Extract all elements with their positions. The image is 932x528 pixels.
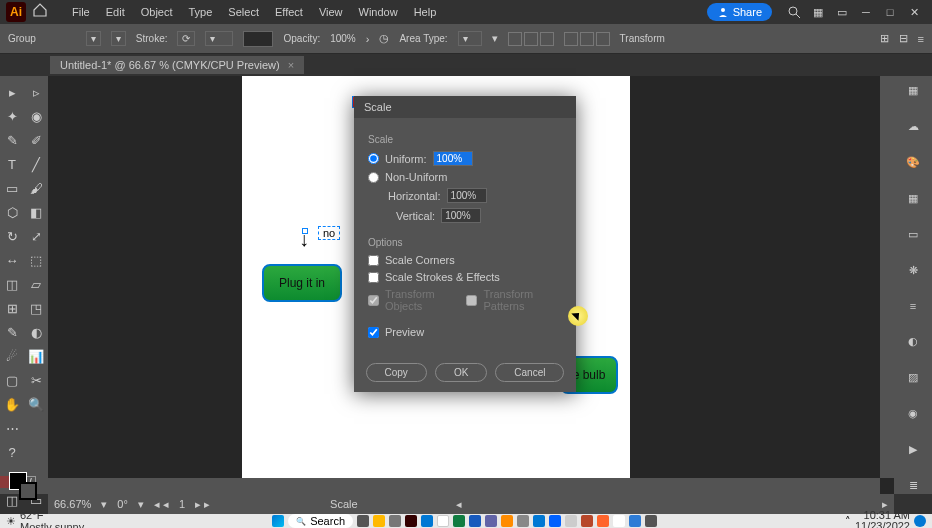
tray-chevron-icon[interactable]: ˄ <box>845 515 851 528</box>
notifications-icon[interactable] <box>914 515 926 527</box>
selection-tool[interactable]: ▸ <box>0 80 24 104</box>
hand-tool[interactable]: ✋ <box>0 392 24 416</box>
appearance-panel-icon[interactable]: ◉ <box>903 404 923 422</box>
swatch[interactable] <box>243 31 273 47</box>
width-tool[interactable]: ↔ <box>0 248 24 272</box>
menu-edit[interactable]: Edit <box>98 6 133 18</box>
illustrator-icon[interactable] <box>405 515 417 527</box>
vertical-scrollbar[interactable] <box>880 76 894 478</box>
pref2-icon[interactable]: ⊟ <box>899 32 908 45</box>
app5-icon[interactable] <box>597 515 609 527</box>
symbols-panel-icon[interactable]: ❋ <box>903 261 923 279</box>
color-panel-icon[interactable]: 🎨 <box>903 154 923 172</box>
perspective-tool[interactable]: ▱ <box>24 272 48 296</box>
libraries-panel-icon[interactable]: ☁ <box>903 118 923 136</box>
taskview-icon[interactable] <box>357 515 369 527</box>
curvature-tool[interactable]: ✐ <box>24 128 48 152</box>
nonuniform-radio[interactable] <box>368 172 379 183</box>
artboard-number[interactable]: 1 <box>179 498 185 510</box>
swatches-panel-icon[interactable]: ▦ <box>903 189 923 207</box>
taskbar-clock[interactable]: 10:31 AM11/23/2022 <box>855 510 910 528</box>
recolor-icon[interactable]: ◷ <box>379 32 389 45</box>
mesh-tool[interactable]: ⊞ <box>0 296 24 320</box>
free-transform-tool[interactable]: ⬚ <box>24 248 48 272</box>
play-icon[interactable]: ▶ <box>903 440 923 458</box>
chrome-icon[interactable] <box>437 515 449 527</box>
pref-icon[interactable]: ⊞ <box>880 32 889 45</box>
workspace-icon[interactable]: ▭ <box>832 2 852 22</box>
gradient-tool[interactable]: ◳ <box>24 296 48 320</box>
minimize-icon[interactable]: ─ <box>856 2 876 22</box>
scale-corners-checkbox[interactable] <box>368 255 379 266</box>
stroke-dropdown[interactable]: ▾ <box>111 31 126 46</box>
home-icon[interactable] <box>32 2 52 22</box>
app2-icon[interactable] <box>517 515 529 527</box>
layers-panel-icon[interactable]: ≣ <box>903 476 923 494</box>
magic-wand-tool[interactable]: ✦ <box>0 104 24 128</box>
close-icon[interactable]: ✕ <box>904 2 924 22</box>
uniform-input[interactable]: 100% <box>433 151 473 166</box>
hamburger-icon[interactable]: ≡ <box>918 33 924 45</box>
pen-tool[interactable]: ✎ <box>0 128 24 152</box>
maximize-icon[interactable]: □ <box>880 2 900 22</box>
gradient-panel-icon[interactable]: ◐ <box>903 333 923 351</box>
menu-file[interactable]: File <box>64 6 98 18</box>
stroke-weight[interactable]: ⟳ <box>177 31 195 46</box>
opacity-arrow-icon[interactable]: › <box>366 33 370 45</box>
search-icon[interactable] <box>784 2 804 22</box>
type-tool[interactable]: T <box>0 152 24 176</box>
rotate-value[interactable]: 0° <box>117 498 128 510</box>
shaper-tool[interactable]: ⬡ <box>0 200 24 224</box>
ok-button[interactable]: OK <box>435 363 487 382</box>
explorer-icon[interactable] <box>373 515 385 527</box>
weather-widget[interactable]: ☀ 62°FMostly sunny <box>6 509 84 528</box>
brush-dropdown[interactable]: ▾ <box>205 31 233 46</box>
artboard-tool[interactable]: ▢ <box>0 368 24 392</box>
transparency-panel-icon[interactable]: ▨ <box>903 369 923 387</box>
properties-panel-icon[interactable]: ▦ <box>903 82 923 100</box>
outlook-icon[interactable] <box>421 515 433 527</box>
horizontal-input[interactable]: 100% <box>447 188 487 203</box>
lasso-tool[interactable]: ◉ <box>24 104 48 128</box>
eyedropper-tool[interactable]: ✎ <box>0 320 24 344</box>
uniform-radio[interactable] <box>368 153 379 164</box>
opacity-value[interactable]: 100% <box>330 33 356 44</box>
area-type-dropdown[interactable]: ▾ <box>458 31 482 46</box>
chrome2-icon[interactable] <box>613 515 625 527</box>
preview-checkbox[interactable] <box>368 327 379 338</box>
app3-icon[interactable] <box>549 515 561 527</box>
menu-select[interactable]: Select <box>220 6 267 18</box>
fill-dropdown[interactable]: ▾ <box>86 31 101 46</box>
scale-strokes-checkbox[interactable] <box>368 272 379 283</box>
symbol-tool[interactable]: ☄ <box>0 344 24 368</box>
teams-icon[interactable] <box>485 515 497 527</box>
start-icon[interactable] <box>272 515 284 527</box>
distribute-group[interactable] <box>564 32 610 46</box>
doc-setup-icon[interactable]: ▾ <box>492 32 498 45</box>
scale-tool[interactable]: ⤢ <box>24 224 48 248</box>
menu-object[interactable]: Object <box>133 6 181 18</box>
direct-selection-tool[interactable]: ▹ <box>24 80 48 104</box>
arrange-icon[interactable]: ▦ <box>808 2 828 22</box>
edge-icon[interactable] <box>533 515 545 527</box>
excel-icon[interactable] <box>453 515 465 527</box>
matlab-icon[interactable] <box>501 515 513 527</box>
snagit-icon[interactable] <box>629 515 641 527</box>
brushes-panel-icon[interactable]: ▭ <box>903 225 923 243</box>
menu-type[interactable]: Type <box>181 6 221 18</box>
menu-effect[interactable]: Effect <box>267 6 311 18</box>
tab-close-icon[interactable]: × <box>288 59 294 71</box>
word-icon[interactable] <box>469 515 481 527</box>
powerpoint-icon[interactable] <box>581 515 593 527</box>
app6-icon[interactable] <box>645 515 657 527</box>
taskbar-search[interactable]: 🔍Search <box>288 514 353 528</box>
cancel-button[interactable]: Cancel <box>495 363 564 382</box>
rotate-tool[interactable]: ↻ <box>0 224 24 248</box>
shape-builder-tool[interactable]: ◫ <box>0 272 24 296</box>
graph-tool[interactable]: 📊 <box>24 344 48 368</box>
stroke-panel-icon[interactable]: ≡ <box>903 297 923 315</box>
rectangle-tool[interactable]: ▭ <box>0 176 24 200</box>
zoom-tool[interactable]: 🔍 <box>24 392 48 416</box>
artboard-nav[interactable]: ◂ ◂ <box>154 498 169 511</box>
menu-window[interactable]: Window <box>351 6 406 18</box>
